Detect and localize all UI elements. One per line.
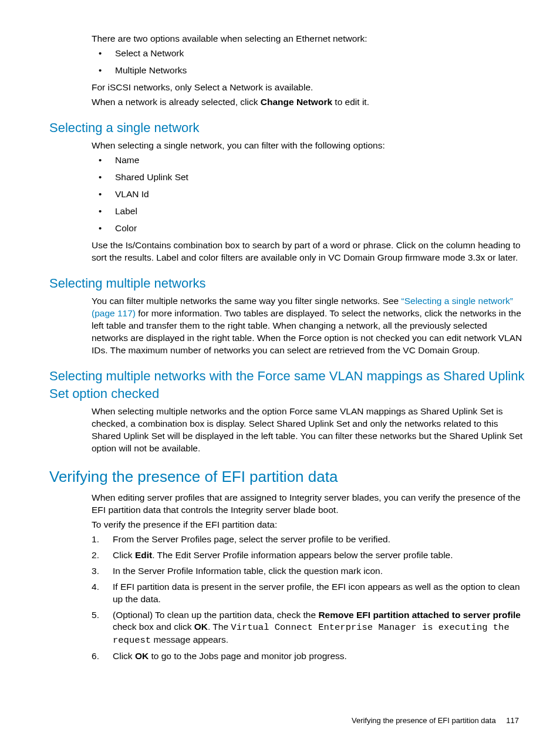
multi-body: You can filter multiple networks the sam…: [92, 295, 526, 357]
text: (Optional) To clean up the partition dat…: [113, 610, 318, 620]
heading-force-vlan: Selecting multiple networks with the For…: [49, 367, 537, 402]
list-item: Select a Network: [92, 48, 526, 60]
heading-efi: Verifying the presence of EFI partition …: [49, 467, 537, 487]
ok-label: OK: [135, 651, 149, 661]
edit-label: Edit: [135, 550, 152, 560]
text: for more information. Two tables are dis…: [92, 308, 522, 355]
list-item: Multiple Networks: [92, 65, 526, 77]
intro-lead: There are two options available when sel…: [92, 33, 526, 45]
single-note: Use the Is/Contains combination box to s…: [92, 239, 526, 264]
efi-p2: To verify the presence if the EFI partit…: [92, 519, 526, 531]
text: to go to the Jobs page and monitor job p…: [149, 651, 347, 661]
heading-selecting-multiple: Selecting multiple networks: [49, 275, 537, 292]
ok-label: OK: [194, 622, 208, 632]
list-item: Color: [92, 222, 526, 235]
text: Click: [113, 651, 135, 661]
text: . The: [208, 622, 231, 632]
list-item: Click OK to go to the Jobs page and moni…: [92, 650, 526, 663]
intro-options-list: Select a Network Multiple Networks: [92, 48, 526, 77]
list-item: Click Edit. The Edit Server Profile info…: [92, 549, 526, 562]
text: . The Edit Server Profile information ap…: [152, 550, 453, 560]
list-item: If EFI partition data is present in the …: [92, 581, 526, 606]
remove-efi-label: Remove EFI partition attached to server …: [318, 610, 521, 620]
efi-steps: From the Server Profiles page, select th…: [92, 534, 526, 663]
intro-iscsi: For iSCSI networks, only Select a Networ…: [92, 82, 526, 94]
text: You can filter multiple networks the sam…: [92, 296, 402, 306]
page-number: 117: [506, 716, 519, 725]
page-footer: Verifying the presence of EFI partition …: [49, 715, 537, 726]
intro-change: When a network is already selected, clic…: [92, 96, 526, 109]
single-lead: When selecting a single network, you can…: [92, 140, 526, 152]
text: When a network is already selected, clic…: [92, 97, 261, 107]
list-item: Name: [92, 154, 526, 167]
text: message appears.: [151, 634, 228, 644]
list-item: VLAN Id: [92, 188, 526, 201]
text: Click: [113, 550, 135, 560]
heading-selecting-single: Selecting a single network: [49, 119, 537, 137]
list-item: (Optional) To clean up the partition dat…: [92, 609, 526, 647]
list-item: Shared Uplink Set: [92, 171, 526, 184]
footer-title: Verifying the presence of EFI partition …: [352, 716, 496, 725]
force-body: When selecting multiple networks and the…: [92, 406, 526, 455]
list-item: In the Server Profile Information table,…: [92, 565, 526, 578]
single-filters-list: Name Shared Uplink Set VLAN Id Label Col…: [92, 154, 526, 235]
text: to edit it.: [332, 97, 369, 107]
text: check box and click: [113, 622, 194, 632]
list-item: From the Server Profiles page, select th…: [92, 534, 526, 546]
list-item: Label: [92, 205, 526, 218]
efi-p1: When editing server profiles that are as…: [92, 492, 526, 517]
change-network-label: Change Network: [261, 97, 332, 107]
